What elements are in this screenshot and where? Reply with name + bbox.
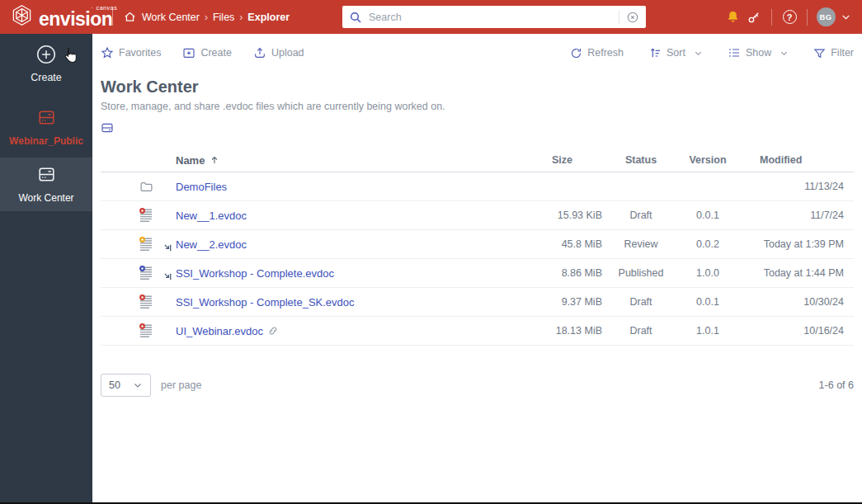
file-name-link[interactable]: UI_Webinar.evdoc — [176, 325, 263, 337]
app-logo[interactable]: envision canvas — [11, 4, 112, 30]
show-button[interactable]: Show — [728, 46, 789, 59]
file-table: Name Size Status Version Modified — [101, 148, 854, 346]
file-status: Draft — [602, 210, 680, 221]
main-content: Favorites Create Upload — [92, 34, 862, 504]
evdoc-icon — [139, 294, 153, 309]
breadcrumb-item-explorer: Explorer — [247, 12, 290, 23]
checked-out-icon — [163, 243, 172, 255]
topbar-actions-divider — [771, 9, 772, 26]
sidebar-item-label: Webinar_Public — [0, 135, 92, 147]
file-modified: 10/30/24 — [736, 296, 854, 308]
sidebar-item-webinar-public[interactable]: Webinar_Public — [0, 101, 92, 154]
breadcrumb-separator-icon: › — [239, 12, 243, 23]
file-status: Draft — [602, 325, 680, 337]
checked-out-icon — [163, 271, 172, 284]
file-version: 0.0.1 — [680, 210, 736, 221]
workspace-drive-icon — [36, 164, 57, 185]
file-name-link[interactable]: SSI_Workshop - Complete.evdoc — [176, 267, 334, 280]
breadcrumb-item-work-center[interactable]: Work Center — [142, 12, 200, 23]
evdoc-icon — [139, 323, 153, 338]
file-name-link[interactable]: New__2.evdoc — [176, 238, 247, 251]
evdoc-icon — [139, 208, 153, 223]
file-modified: 10/16/24 — [736, 325, 854, 337]
topbar-actions-divider — [807, 9, 808, 26]
file-name-link[interactable]: SSI_Workshop - Complete_SK.evdoc — [176, 296, 355, 309]
table-row[interactable]: SSI_Workshop - Complete_SK.evdoc 9.37 Mi… — [101, 288, 854, 317]
link-icon — [267, 325, 279, 337]
table-row[interactable]: UI_Webinar.evdoc 18.13 MiB Draft 1.0.1 1… — [101, 317, 854, 346]
search-box — [342, 6, 646, 28]
notifications-bell-icon[interactable] — [722, 7, 743, 28]
page-title: Work Center — [101, 78, 199, 97]
breadcrumb-separator-icon: › — [205, 12, 208, 23]
table-row[interactable]: DemoFiles 11/13/24 — [101, 172, 854, 201]
file-name-link[interactable]: DemoFiles — [176, 181, 227, 193]
column-header-modified[interactable]: Modified — [736, 154, 854, 166]
sidebar-create-button[interactable]: Create — [0, 34, 92, 83]
column-header-status[interactable]: Status — [602, 154, 680, 166]
refresh-icon — [570, 47, 582, 59]
filter-funnel-icon — [813, 47, 826, 59]
sort-ascending-icon — [210, 155, 219, 165]
upload-button[interactable]: Upload — [253, 46, 304, 59]
file-modified: 11/13/24 — [736, 181, 854, 192]
table-row[interactable]: New__2.evdoc 45.8 MiB Review 0.0.2 Today… — [101, 230, 854, 259]
list-view-icon — [728, 46, 741, 59]
key-icon[interactable] — [743, 7, 765, 28]
workspace-drive-icon — [36, 107, 57, 128]
user-menu-chevron-icon[interactable] — [837, 7, 854, 28]
sort-button[interactable]: Sort — [648, 46, 703, 59]
evdoc-icon — [139, 266, 153, 280]
folder-icon — [139, 180, 153, 194]
search-divider — [619, 11, 619, 24]
file-size: 18.13 MiB — [466, 325, 602, 337]
chevron-down-icon — [133, 380, 143, 390]
file-modified: Today at 1:39 PM — [736, 238, 854, 250]
page-subtitle: Store, manage, and share .evdoc files wh… — [101, 101, 445, 112]
file-version: 1.0.1 — [680, 325, 736, 337]
file-version: 0.0.1 — [680, 296, 736, 308]
view-toggle-icon[interactable] — [101, 121, 114, 138]
search-clear-icon[interactable] — [626, 11, 639, 24]
file-size: 8.86 MiB — [466, 267, 602, 279]
home-icon[interactable] — [122, 7, 137, 28]
file-size: 9.37 MiB — [466, 296, 602, 308]
pagination-footer: 50 per page 1-6 of 6 — [101, 374, 854, 397]
sidebar-item-work-center[interactable]: Work Center — [0, 158, 92, 211]
search-input[interactable] — [369, 12, 619, 23]
result-range: 1-6 of 6 — [819, 379, 854, 391]
help-icon[interactable]: ? — [779, 7, 800, 28]
file-size: 45.8 MiB — [466, 238, 602, 250]
file-size: 15.93 KiB — [466, 210, 602, 221]
sidebar-create-label: Create — [0, 72, 92, 83]
refresh-button[interactable]: Refresh — [570, 47, 624, 59]
per-page-select[interactable]: 50 — [101, 374, 151, 397]
table-body: DemoFiles 11/13/24 — [101, 172, 854, 346]
file-status: Published — [602, 267, 680, 279]
favorites-button[interactable]: Favorites — [101, 46, 161, 59]
breadcrumb-item-files[interactable]: Files — [213, 12, 234, 23]
column-header-size[interactable]: Size — [466, 154, 602, 166]
envision-hexagon-icon — [11, 4, 33, 30]
create-button[interactable]: Create — [182, 46, 232, 59]
per-page-label: per page — [161, 379, 201, 391]
top-bar: envision canvas Work Center › Files › Ex… — [0, 0, 862, 34]
user-avatar[interactable]: BG — [814, 7, 837, 28]
search-icon — [349, 11, 362, 24]
file-modified: Today at 1:44 PM — [736, 267, 854, 279]
breadcrumb: Work Center › Files › Explorer — [122, 0, 290, 34]
sort-icon — [648, 46, 662, 59]
plus-circle-icon — [35, 44, 57, 65]
column-header-version[interactable]: Version — [680, 154, 736, 166]
table-header-row: Name Size Status Version Modified — [101, 148, 854, 172]
filter-button[interactable]: Filter — [813, 47, 854, 59]
sidebar: Create Webinar_Public Work Center — [0, 34, 92, 504]
table-row[interactable]: SSI_Workshop - Complete.evdoc 8.86 MiB P… — [101, 259, 854, 288]
folder-plus-icon — [182, 46, 195, 59]
table-row[interactable]: New__1.evdoc 15.93 KiB Draft 0.0.1 11/7/… — [101, 201, 854, 230]
file-modified: 11/7/24 — [736, 210, 854, 221]
file-version: 1.0.0 — [680, 267, 736, 279]
file-status: Draft — [602, 296, 680, 308]
column-header-name[interactable]: Name — [176, 154, 219, 167]
file-name-link[interactable]: New__1.evdoc — [176, 210, 247, 222]
